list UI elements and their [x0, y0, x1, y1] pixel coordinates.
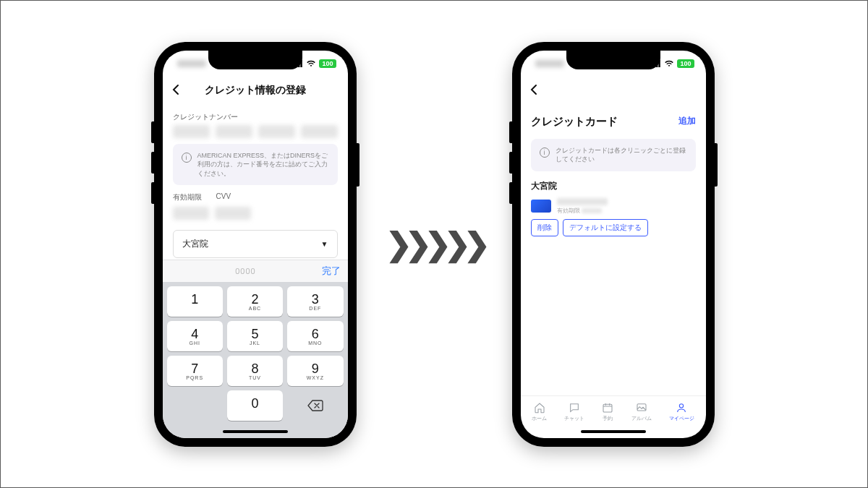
info-icon: i: [540, 147, 550, 158]
chat-icon: [568, 402, 581, 414]
chevron-right-icon: ❯: [405, 226, 425, 262]
tab-チャット[interactable]: チャット: [561, 401, 587, 424]
info-icon: i: [182, 153, 192, 163]
phone-2-frame: 100 クレジットカード 追加 i クレジットカードは各クリニックごとに登録して…: [512, 42, 715, 447]
keyboard-accessory: 0000 完了: [163, 260, 348, 282]
back-button[interactable]: [529, 80, 544, 102]
status-time-blurred: [535, 60, 564, 67]
phone-1-frame: 100 クレジット情報の登録 クレジットナンバー: [154, 42, 357, 447]
keyboard-field-placeholder: 0000: [170, 267, 322, 275]
card-expiry-value-blurred: [582, 208, 602, 213]
svg-point-10: [680, 403, 684, 407]
home-indicator[interactable]: [163, 425, 348, 438]
info-text: AMERICAN EXPRESS、またはDINERSをご利用の方は、カード番号を…: [197, 151, 329, 179]
card-segment-2: [216, 125, 252, 138]
tab-ホーム[interactable]: ホーム: [529, 401, 550, 424]
wifi-icon: [306, 60, 316, 67]
battery-badge: 100: [319, 59, 336, 68]
info-note: i クレジットカードは各クリニックごとに登録してください: [531, 139, 696, 171]
cvv-input-blurred[interactable]: [215, 207, 251, 220]
tab-アルバム[interactable]: アルバム: [629, 401, 655, 424]
keypad-5[interactable]: 5JKL: [227, 321, 283, 351]
content-area: クレジットナンバー i AMERICAN EXPRESS、またはDINERSをご…: [163, 108, 348, 260]
card-actions: 削除 デフォルトに設定する: [531, 219, 696, 236]
card-number-input-row[interactable]: [173, 125, 338, 138]
battery-badge: 100: [677, 59, 694, 68]
clinic-section-title: 大宮院: [531, 180, 696, 192]
chevron-left-icon: [529, 84, 538, 95]
page-title: クレジット情報の登録: [186, 84, 325, 97]
keypad-8[interactable]: 8TUV: [227, 356, 283, 386]
keypad-1[interactable]: 1: [167, 286, 223, 317]
keypad-7[interactable]: 7PQRS: [167, 356, 223, 386]
tab-label: マイページ: [669, 415, 694, 422]
keypad-0[interactable]: 0: [227, 390, 283, 421]
keypad-blank: [167, 390, 223, 421]
card-expiry-prefix: 有効期限: [557, 207, 580, 214]
card-segment-4: [301, 125, 338, 138]
card-segment-1: [173, 125, 210, 138]
phone-2-screen: 100 クレジットカード 追加 i クレジットカードは各クリニックごとに登録して…: [521, 51, 706, 438]
expiry-label: 有効期限: [173, 192, 202, 202]
numeric-keypad: 1 2ABC3DEF4GHI5JKL6MNO7PQRS8TUV9WXYZ0: [163, 282, 348, 425]
nav-header: [521, 77, 706, 108]
tab-label: ホーム: [532, 415, 547, 422]
tab-label: 予約: [603, 415, 613, 422]
tab-label: チャット: [564, 415, 584, 422]
calendar-icon: [601, 402, 614, 414]
expiry-input-blurred[interactable]: [173, 207, 209, 220]
cvv-label: CVV: [216, 192, 231, 202]
page-title: クレジットカード: [531, 115, 618, 129]
home-icon: [533, 402, 546, 414]
tab-予約[interactable]: 予約: [598, 401, 617, 424]
chevron-down-icon: ▼: [321, 240, 328, 248]
keypad-2[interactable]: 2ABC: [227, 286, 283, 317]
keypad-9[interactable]: 9WXYZ: [287, 356, 343, 386]
nav-header: クレジット情報の登録: [163, 77, 348, 108]
chevron-right-icon: ❯: [464, 226, 483, 262]
chevron-right-icon: ❯: [386, 226, 405, 262]
info-text: クレジットカードは各クリニックごとに登録してください: [556, 146, 687, 164]
album-icon: [635, 402, 648, 414]
set-default-button[interactable]: デフォルトに設定する: [563, 219, 648, 236]
keyboard-done-button[interactable]: 完了: [322, 265, 341, 278]
wifi-icon: [664, 60, 674, 67]
card-row: 有効期限: [531, 198, 696, 215]
card-brand-icon: [531, 200, 551, 213]
chevron-right-icon: ❯: [425, 226, 444, 262]
keypad-4[interactable]: 4GHI: [167, 321, 223, 351]
home-indicator[interactable]: [521, 425, 706, 438]
clinic-select[interactable]: 大宮院 ▼: [173, 230, 338, 258]
tab-マイページ[interactable]: マイページ: [666, 401, 697, 424]
card-segment-3: [258, 125, 295, 138]
phone-1-screen: 100 クレジット情報の登録 クレジットナンバー: [163, 51, 348, 438]
clinic-select-value: 大宮院: [182, 238, 208, 250]
user-icon: [675, 402, 688, 414]
keypad-3[interactable]: 3DEF: [287, 286, 343, 317]
bottom-tab-bar: ホームチャット予約アルバムマイページ: [521, 395, 706, 425]
tab-label: アルバム: [631, 415, 652, 422]
chevron-left-icon: [171, 84, 180, 95]
content-area: クレジットカード 追加 i クレジットカードは各クリニックごとに登録してください…: [521, 108, 706, 395]
card-expiry-line: 有効期限: [557, 207, 696, 215]
card-info: 有効期限: [557, 198, 696, 215]
svg-rect-9: [637, 403, 646, 410]
card-number-label: クレジットナンバー: [173, 112, 338, 122]
add-card-button[interactable]: 追加: [673, 112, 696, 130]
keypad-delete[interactable]: [287, 390, 343, 421]
expiry-cvv-row: 有効期限 CVV: [173, 192, 338, 202]
transition-arrows: ❯ ❯ ❯ ❯ ❯: [386, 226, 483, 262]
back-button[interactable]: [171, 80, 186, 102]
canvas: 100 クレジット情報の登録 クレジットナンバー: [0, 0, 868, 488]
keypad-6[interactable]: 6MNO: [287, 321, 343, 351]
info-note: i AMERICAN EXPRESS、またはDINERSをご利用の方は、カード番…: [173, 144, 338, 186]
notch: [208, 51, 302, 69]
chevron-right-icon: ❯: [444, 226, 464, 262]
notch: [566, 51, 660, 69]
status-time-blurred: [177, 60, 206, 67]
backspace-icon: [307, 400, 323, 411]
card-number-masked: [557, 198, 608, 205]
svg-rect-8: [603, 404, 612, 412]
delete-card-button[interactable]: 削除: [531, 219, 558, 236]
